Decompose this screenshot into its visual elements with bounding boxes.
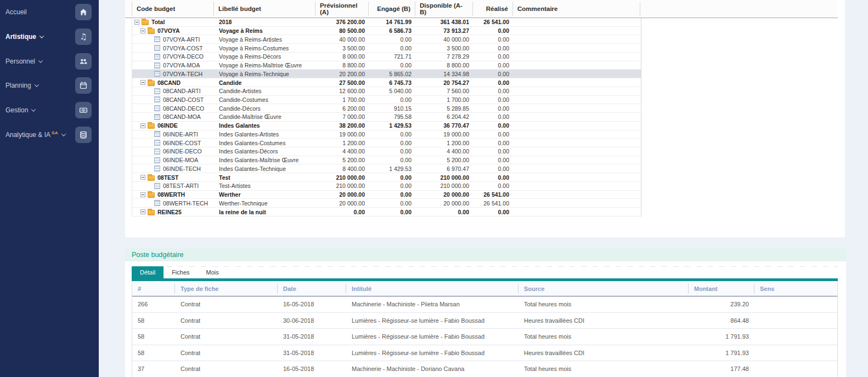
disponible-cell: 210 000.00 bbox=[416, 173, 474, 181]
tab-fiches[interactable]: Fiches bbox=[164, 266, 198, 278]
budget-tree-row[interactable]: REINE25 la reine de la nuit 0.00 0.00 0.… bbox=[132, 208, 641, 216]
engage-cell: 0.00 bbox=[369, 61, 416, 70]
budget-tree-row[interactable]: 08CAND-DECO Candide-Décors 6 200.00 910.… bbox=[132, 104, 641, 113]
col-header-num[interactable]: # bbox=[132, 284, 175, 294]
music-icon-button[interactable]: ♫ bbox=[75, 28, 92, 45]
budget-tree-row[interactable]: 07VOYA-DECO Voyage à Reims-Décors 8 000.… bbox=[132, 53, 641, 61]
tree-collapse-icon[interactable] bbox=[134, 20, 139, 25]
col-header-commentaire[interactable]: Commentaire bbox=[513, 2, 640, 16]
realise-cell: 0.00 bbox=[474, 53, 514, 61]
num-cell: 266 bbox=[132, 301, 175, 307]
commentaire-cell bbox=[514, 35, 641, 43]
budget-tree-row[interactable]: 08CAND-MOA Candide-Maîtrise Œuvre 7 000.… bbox=[132, 113, 641, 122]
disponible-cell: 361 438.01 bbox=[416, 18, 474, 26]
previsionnel-cell: 1 700.00 bbox=[316, 96, 369, 104]
budget-tree-row[interactable]: 08TEST-ARTI Test-Artistes 210 000.00 0.0… bbox=[132, 182, 641, 191]
col-header-disponible[interactable]: Disponible (A-B) bbox=[415, 2, 473, 16]
num-cell: 58 bbox=[132, 317, 175, 324]
chevron-down-icon bbox=[31, 107, 36, 111]
tree-collapse-icon[interactable] bbox=[140, 28, 145, 33]
sidebar-item-label: Analytique & IASA bbox=[5, 130, 58, 139]
fiche-row[interactable]: 58 Contrat 31-05-2018 Lumières - Régisse… bbox=[132, 345, 837, 362]
document-icon bbox=[154, 36, 160, 42]
sidebar-item-planning[interactable]: Planning bbox=[0, 73, 99, 98]
libelle-cell: Indes Galantes-Maîtrise Œuvre bbox=[215, 156, 316, 164]
budget-tree-row[interactable]: 08WERTH Werther 20 000.00 0.00 20 000.00… bbox=[132, 191, 641, 199]
money-icon-button[interactable] bbox=[75, 102, 92, 118]
tree-collapse-icon[interactable] bbox=[140, 123, 145, 128]
budget-tree-row[interactable]: 06INDE-DECO Indes Galantes-Décors 4 400.… bbox=[132, 147, 641, 156]
type-cell: Contrat bbox=[175, 317, 278, 324]
disponible-cell: 73 913.27 bbox=[416, 27, 474, 35]
document-icon bbox=[154, 105, 160, 111]
col-header-type-de-fiche[interactable]: Type de fiche bbox=[175, 284, 278, 294]
commentaire-cell bbox=[514, 61, 641, 70]
sidebar-item-artistique[interactable]: Artistique ♫ bbox=[0, 25, 99, 49]
tree-collapse-icon[interactable] bbox=[140, 192, 145, 197]
disponible-cell: 4 400.00 bbox=[416, 147, 474, 156]
col-header-realise[interactable]: Réalisé bbox=[473, 2, 513, 16]
commentaire-cell bbox=[514, 27, 641, 35]
col-header-date[interactable]: Date bbox=[278, 284, 346, 294]
budget-tree-row[interactable]: 08CAND Candide 27 500.00 6 745.73 20 754… bbox=[132, 78, 641, 87]
section-title: Poste budgétaire bbox=[132, 251, 184, 259]
libelle-cell: la reine de la nuit bbox=[215, 208, 316, 216]
col-header-libelle-budget[interactable]: Libellé budget bbox=[214, 2, 315, 16]
budget-tree-row[interactable]: 06INDE-MOA Indes Galantes-Maîtrise Œuvre… bbox=[132, 156, 641, 165]
sidebar-item-personnel[interactable]: Personnel bbox=[0, 49, 99, 73]
tab-detail[interactable]: Détail bbox=[132, 266, 164, 278]
fiche-row[interactable]: 58 Contrat 31-05-2018 Lumières - Régisse… bbox=[132, 329, 837, 345]
disponible-cell: 6 970.47 bbox=[416, 164, 474, 173]
budget-tree-row[interactable]: 07VOYA-TECH Voyage à Reims-Technique 20 … bbox=[132, 70, 641, 78]
budget-tree-row[interactable]: 07VOYA Voyage à Reims 80 500.00 6 586.73… bbox=[132, 27, 641, 36]
code-cell: 07VOYA bbox=[132, 27, 215, 35]
fiche-row[interactable]: 58 Contrat 30-06-2018 Lumières - Régisse… bbox=[132, 313, 837, 329]
engage-cell: 0.00 bbox=[369, 199, 416, 207]
previsionnel-cell: 38 200.00 bbox=[316, 122, 369, 130]
engage-cell: 0.00 bbox=[369, 156, 416, 164]
database-icon-button[interactable] bbox=[75, 127, 92, 143]
banknote-icon bbox=[79, 106, 88, 115]
budget-tree-row[interactable]: 06INDE Indes Galantes 38 200.00 1 429.53… bbox=[132, 122, 641, 130]
libelle-cell: Voyage à Reims-Artistes bbox=[215, 35, 316, 43]
fiche-row[interactable]: 37 Contrat 16-05-2018 Machinerie - Machi… bbox=[132, 361, 837, 377]
previsionnel-cell: 1 200.00 bbox=[316, 139, 369, 147]
budget-tree-row[interactable]: 08CAND-COST Candide-Costumes 1 700.00 0.… bbox=[132, 96, 641, 105]
engage-cell: 6 586.73 bbox=[369, 27, 416, 35]
intitule-cell: Lumières - Régisseur-se lumière - Fabio … bbox=[346, 333, 518, 340]
budget-tree-row[interactable]: Total 2018 376 200.00 14 761.99 361 438.… bbox=[132, 18, 641, 27]
col-header-source[interactable]: Source bbox=[518, 284, 689, 294]
engage-cell: 1 429.53 bbox=[369, 164, 416, 173]
sidebar-item-accueil[interactable]: Accueil bbox=[0, 0, 99, 25]
document-icon bbox=[154, 165, 160, 172]
tree-collapse-icon[interactable] bbox=[140, 175, 145, 180]
budget-tree-row[interactable]: 06INDE-TECH Indes Galantes-Technique 8 4… bbox=[132, 164, 641, 173]
col-header-code-budget[interactable]: Code budget bbox=[132, 2, 214, 16]
engage-cell: 0.00 bbox=[369, 44, 416, 52]
tree-collapse-icon[interactable] bbox=[140, 80, 145, 85]
budget-tree-row[interactable]: 08TEST Test 210 000.00 0.00 210 000.00 0… bbox=[132, 173, 641, 182]
budget-tree-row[interactable]: 08WERTH-TECH Werther-Technique 20 000.00… bbox=[132, 199, 641, 208]
col-header-engage[interactable]: Engagé (B) bbox=[369, 2, 415, 16]
tree-collapse-icon[interactable] bbox=[140, 209, 145, 214]
budget-tree-row[interactable]: 08CAND-ARTI Candide-Artistes 12 600.00 5… bbox=[132, 87, 641, 96]
commentaire-cell bbox=[514, 44, 641, 52]
budget-tree-row[interactable]: 07VOYA-MOA Voyage à Reims-Maîtrise Œuvre… bbox=[132, 61, 641, 70]
sidebar-item-analytique-ia[interactable]: Analytique & IASA bbox=[0, 122, 99, 147]
col-header-montant[interactable]: Montant bbox=[689, 284, 754, 294]
people-icon-button[interactable] bbox=[75, 53, 92, 70]
fiche-row[interactable]: 266 Contrat 16-05-2018 Machinerie - Mach… bbox=[132, 296, 837, 313]
budget-tree-row[interactable]: 06INDE-COST Indes Galantes-Costumes 1 20… bbox=[132, 139, 641, 147]
col-header-previsionnel[interactable]: Prévisionnel (A) bbox=[315, 2, 369, 16]
code-cell: Total bbox=[132, 18, 215, 26]
col-header-sens[interactable]: Sens bbox=[754, 284, 837, 294]
calendar-icon-button[interactable] bbox=[75, 77, 92, 94]
col-header-intitule[interactable]: Intitulé bbox=[346, 284, 518, 294]
budget-tree-row[interactable]: 07VOYA-ARTI Voyage à Reims-Artistes 40 0… bbox=[132, 35, 641, 44]
budget-tree-row[interactable]: 06INDE-ARTI Indes Galantes-Artistes 19 0… bbox=[132, 130, 641, 139]
tab-mois[interactable]: Mois bbox=[198, 266, 227, 278]
home-icon-button[interactable] bbox=[75, 4, 92, 20]
budget-tree-row[interactable]: 07VOYA-COST Voyage à Reims-Costumes 3 50… bbox=[132, 44, 641, 53]
sidebar-item-gestion[interactable]: Gestion bbox=[0, 98, 99, 123]
libelle-cell: Voyage à Reims-Costumes bbox=[215, 44, 316, 52]
